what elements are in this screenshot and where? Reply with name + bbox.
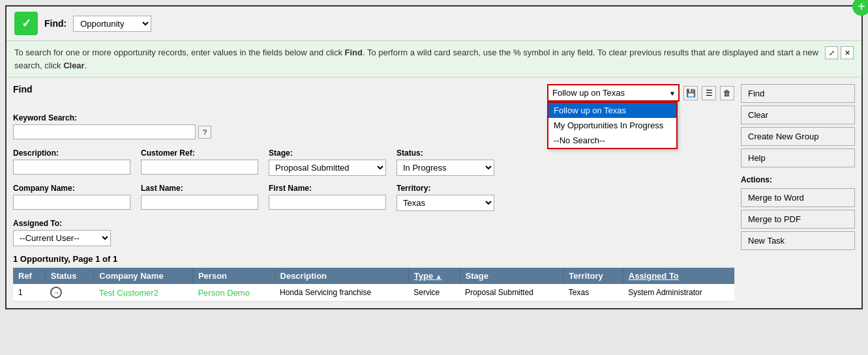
status-icon: → [50, 287, 62, 298]
find-label: Find: [44, 18, 67, 29]
cell-ref: 1 [13, 284, 45, 302]
form-row-2: Company Name: Last Name: First Name: Ter… [13, 184, 734, 211]
delete-search-button[interactable]: 🗑 [720, 86, 734, 100]
info-bar-actions: ⤢ ✕ [825, 46, 854, 59]
find-bold: Find [345, 48, 363, 57]
territory-group: Territory: TexasCaliforniaNew YorkFlorid… [397, 184, 494, 211]
type-sort-link[interactable]: Type ▲ [414, 271, 442, 281]
info-expand-button[interactable]: ⤢ [825, 46, 838, 59]
sidebar: Find Clear Create New Group Help Actions… [741, 84, 855, 302]
saved-search-row: Follow up on TexasMy Opportunities In Pr… [547, 84, 734, 102]
assigned-to-sort-link[interactable]: Assigned To [629, 271, 679, 281]
dropdown-item-2[interactable]: My Opportunities In Progress [548, 118, 676, 133]
cell-stage: Proposal Submitted [460, 284, 563, 302]
merge-pdf-button[interactable]: Merge to PDF [741, 210, 855, 229]
table-row: 1 → Test Customer2 Person Demo Honda Ser… [13, 284, 734, 302]
company-name-group: Company Name: [13, 184, 130, 210]
col-company-name: Company Name [94, 268, 193, 284]
col-person: Person [192, 268, 275, 284]
merge-word-button[interactable]: Merge to Word [741, 188, 855, 207]
cell-assigned-to: System Administrator [623, 284, 734, 302]
create-group-button[interactable]: Create New Group [741, 127, 855, 146]
clear-button[interactable]: Clear [741, 106, 855, 124]
cell-type: Service [408, 284, 460, 302]
cell-company-name: Test Customer2 [94, 284, 193, 302]
main-container: + ✓ Find: OpportunityAccountContactLead … [5, 5, 863, 309]
assigned-to-label: Assigned To: [13, 219, 111, 228]
clear-bold: Clear [63, 61, 85, 70]
saved-search-wrapper: Follow up on TexasMy Opportunities In Pr… [547, 84, 680, 102]
cell-description: Honda Servicing franchise [275, 284, 408, 302]
first-name-group: First Name: [269, 184, 386, 210]
cell-status: → [45, 284, 94, 302]
col-assigned-to[interactable]: Assigned To [623, 268, 734, 284]
info-close-button[interactable]: ✕ [841, 46, 854, 59]
form-area: Find Follow up on TexasMy Opportunities … [13, 84, 734, 302]
company-name-link[interactable]: Test Customer2 [99, 288, 158, 298]
first-name-input[interactable] [269, 195, 386, 210]
last-name-input[interactable] [141, 195, 258, 210]
stage-label: Stage: [269, 149, 386, 158]
keyword-help-button[interactable]: ? [198, 126, 211, 139]
cell-person: Person Demo [192, 284, 275, 302]
results-table: Ref Status Company Name Person Descripti… [13, 268, 734, 302]
keyword-label: Keyword Search: [13, 113, 211, 122]
form-row-3: Assigned To: --Current User--All Users [13, 219, 734, 246]
new-task-button[interactable]: New Task [741, 231, 855, 250]
actions-label: Actions: [741, 175, 855, 184]
table-header-row: Ref Status Company Name Person Descripti… [13, 268, 734, 284]
first-name-label: First Name: [269, 184, 386, 193]
status-group: Status: In ProgressWonLostOn Hold [397, 149, 494, 176]
assigned-to-group: Assigned To: --Current User--All Users [13, 219, 111, 246]
results-summary: 1 Opportunity, Page 1 of 1 [13, 254, 734, 264]
results-section: 1 Opportunity, Page 1 of 1 Ref Status Co… [13, 254, 734, 302]
dropdown-item-3[interactable]: --No Search-- [548, 133, 676, 148]
description-label: Description: [13, 149, 130, 158]
customer-ref-input[interactable] [141, 160, 258, 175]
type-sort-arrow: ▲ [436, 273, 442, 280]
customer-ref-label: Customer Ref: [141, 149, 258, 158]
manage-search-button[interactable]: ☰ [702, 86, 716, 100]
col-territory: Territory [563, 268, 623, 284]
info-bar-text: To search for one or more opportunity re… [14, 46, 818, 72]
saved-search-dropdown: Follow up on Texas My Opportunities In P… [547, 102, 678, 149]
find-select[interactable]: OpportunityAccountContactLead [73, 16, 151, 32]
status-select[interactable]: In ProgressWonLostOn Hold [397, 160, 494, 176]
col-status: Status [45, 268, 94, 284]
col-ref: Ref [13, 268, 45, 284]
stage-group: Stage: Proposal SubmittedProspectingQual… [269, 149, 386, 176]
info-bar: To search for one or more opportunity re… [7, 41, 861, 78]
description-group: Description: [13, 149, 130, 175]
form-row-1: Description: Customer Ref: Stage: Propos… [13, 149, 734, 176]
assigned-to-select[interactable]: --Current User--All Users [13, 230, 111, 246]
app-icon: ✓ [14, 12, 38, 35]
last-name-label: Last Name: [141, 184, 258, 193]
header-bar: ✓ Find: OpportunityAccountContactLead [7, 7, 861, 41]
saved-search-select[interactable]: Follow up on TexasMy Opportunities In Pr… [547, 84, 680, 102]
company-name-input[interactable] [13, 195, 130, 210]
find-section-title: Find [13, 84, 33, 94]
dropdown-item-1[interactable]: Follow up on Texas [548, 103, 676, 118]
col-stage: Stage [460, 268, 563, 284]
description-input[interactable] [13, 160, 130, 175]
save-search-button[interactable]: 💾 [683, 86, 698, 100]
last-name-group: Last Name: [141, 184, 258, 210]
find-button[interactable]: Find [741, 84, 855, 103]
stage-select[interactable]: Proposal SubmittedProspectingQualificati… [269, 160, 386, 176]
find-dropdown: OpportunityAccountContactLead [73, 16, 151, 32]
company-name-label: Company Name: [13, 184, 130, 193]
customer-ref-group: Customer Ref: [141, 149, 258, 175]
help-button[interactable]: Help [741, 149, 855, 167]
person-link[interactable]: Person Demo [198, 288, 249, 298]
col-description: Description [275, 268, 408, 284]
status-label: Status: [397, 149, 494, 158]
keyword-group: Keyword Search: ? [13, 113, 211, 139]
main-content: Find Follow up on TexasMy Opportunities … [7, 78, 861, 308]
cell-territory: Texas [563, 284, 623, 302]
col-type[interactable]: Type ▲ [408, 268, 460, 284]
plus-button[interactable]: + [852, 0, 868, 16]
keyword-input[interactable] [13, 124, 196, 139]
territory-select[interactable]: TexasCaliforniaNew YorkFlorida [397, 195, 494, 211]
territory-label: Territory: [397, 184, 494, 193]
